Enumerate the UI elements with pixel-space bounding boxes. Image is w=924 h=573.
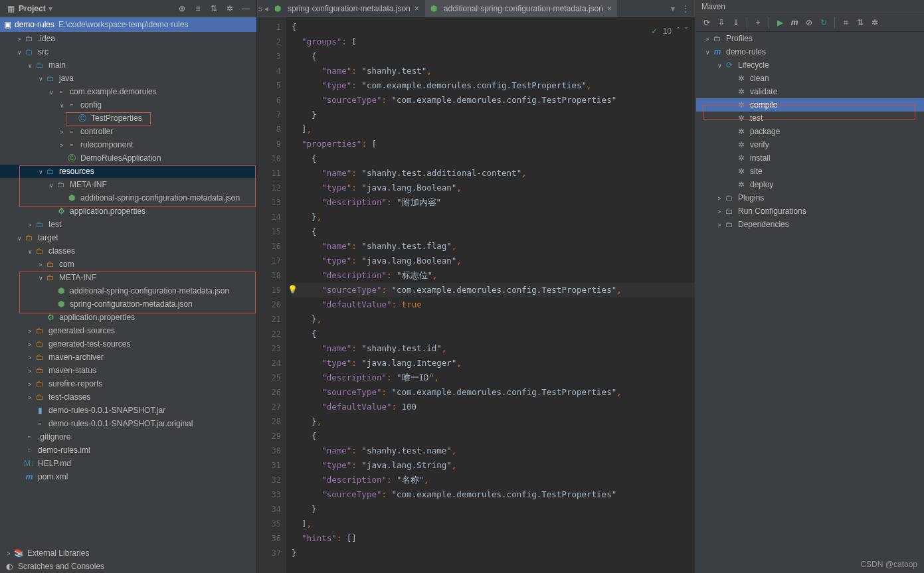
tree-item-label: META-INF bbox=[59, 273, 96, 282]
tree-item[interactable]: ⚙application.properties bbox=[0, 205, 256, 218]
gutter-line: 21 bbox=[257, 312, 281, 327]
maven-tree-item[interactable]: ✲deploy bbox=[696, 178, 924, 191]
lifecycle-icon: ⟳ bbox=[724, 60, 735, 70]
maven-item-label: compile bbox=[750, 100, 777, 110]
show-deps-icon[interactable]: ⌗ bbox=[840, 18, 851, 27]
reimport-icon[interactable]: ⟳ bbox=[701, 18, 712, 27]
tab-additional-config[interactable]: ⬢ additional-spring-configuration-metada… bbox=[425, 0, 618, 17]
tree-item[interactable]: 🗀META-INF bbox=[0, 178, 256, 191]
maven-tree-item[interactable]: ✲validate bbox=[696, 85, 924, 98]
tree-item[interactable]: ⒸTestProperties bbox=[0, 112, 256, 125]
code-line: "sourceType": "com.example.demorules.con… bbox=[292, 93, 695, 108]
tree-item[interactable]: ▫demo-rules.iml bbox=[0, 444, 256, 457]
maven-tree-item[interactable]: ✲verify bbox=[696, 138, 924, 151]
maven-tree-item[interactable]: ✲install bbox=[696, 151, 924, 165]
gutter-line: 9 bbox=[257, 137, 281, 151]
tree-item-label: src bbox=[38, 47, 48, 56]
scratches[interactable]: ◐ Scratches and Consoles bbox=[0, 560, 256, 573]
tree-item[interactable]: mpom.xml bbox=[0, 470, 256, 483]
maven-tree-item[interactable]: ⟳Lifecycle bbox=[696, 58, 924, 72]
gutter-line: 19 bbox=[257, 283, 281, 297]
hide-icon[interactable]: — bbox=[240, 3, 251, 14]
tree-item[interactable]: 🗀main bbox=[0, 58, 256, 72]
expand-all-icon[interactable]: ⇅ bbox=[209, 3, 219, 14]
tab-dropdown-icon[interactable]: ▾ bbox=[671, 4, 675, 13]
close-icon[interactable]: × bbox=[415, 4, 419, 13]
tree-item[interactable]: ⒸDemoRulesApplication bbox=[0, 151, 256, 165]
download-icon[interactable]: ⤓ bbox=[731, 18, 741, 27]
m-icon[interactable]: m bbox=[789, 18, 800, 27]
target-icon[interactable]: ⊕ bbox=[177, 3, 187, 14]
maven-tree-item[interactable]: 🗀Plugins bbox=[696, 191, 924, 205]
code-area[interactable]: { "groups": [ { "name": "shanhy.test", "… bbox=[286, 17, 695, 573]
tab-spring-config[interactable]: ⬢ spring-configuration-metadata.json × bbox=[269, 0, 425, 17]
code-line: ], bbox=[292, 122, 695, 137]
tree-item[interactable]: 🗀generated-test-sources bbox=[0, 337, 256, 351]
maven-tree-item[interactable]: ✲clean bbox=[696, 72, 924, 85]
tree-item[interactable]: 🗀META-INF bbox=[0, 271, 256, 284]
code-line: "type": "java.lang.Boolean", bbox=[292, 181, 695, 195]
tree-item[interactable]: ⚙application.properties bbox=[0, 311, 256, 324]
tree-item[interactable]: ▫config bbox=[0, 98, 256, 112]
tree-item[interactable]: ▫com.example.demorules bbox=[0, 85, 256, 98]
package-icon: ▫ bbox=[66, 127, 77, 136]
maven-tree-item[interactable]: 🗀Profiles bbox=[696, 32, 924, 45]
add-icon[interactable]: ＋ bbox=[753, 17, 763, 28]
dropdown-icon[interactable]: ▾ bbox=[48, 4, 52, 13]
tree-item[interactable]: ⬢additional-spring-configuration-metadat… bbox=[0, 284, 256, 297]
maven-tree-item[interactable]: ✲package bbox=[696, 125, 924, 138]
intention-bulb-icon[interactable]: 💡 bbox=[288, 285, 298, 294]
maven-tree-item[interactable]: mdemo-rules bbox=[696, 45, 924, 58]
close-icon[interactable]: × bbox=[607, 4, 612, 13]
tree-item[interactable]: 🗀com bbox=[0, 258, 256, 271]
external-libraries[interactable]: 📚 External Libraries bbox=[0, 546, 256, 560]
maven-tree-item[interactable]: ✲site bbox=[696, 165, 924, 178]
offline-icon[interactable]: ↻ bbox=[818, 18, 829, 27]
gear-icon: ✲ bbox=[736, 100, 747, 110]
tree-item[interactable]: 🗀.idea bbox=[0, 32, 256, 45]
tree-item[interactable]: ▫.gitignore bbox=[0, 430, 256, 444]
expand-icon[interactable]: ≡ bbox=[193, 3, 203, 14]
maven-tree-item[interactable]: ✲test bbox=[696, 112, 924, 125]
tree-item[interactable]: 🗀test-classes bbox=[0, 390, 256, 404]
tree-item[interactable]: 🗀classes bbox=[0, 244, 256, 258]
project-root[interactable]: ▣ demo-rules E:\code\workspace-temp\demo… bbox=[0, 17, 256, 32]
tree-item[interactable]: ⬢additional-spring-configuration-metadat… bbox=[0, 191, 256, 205]
generate-sources-icon[interactable]: ⇩ bbox=[716, 18, 727, 27]
tree-item[interactable]: 🗀maven-archiver bbox=[0, 351, 256, 364]
code-line: "description": "附加内容" bbox=[292, 195, 695, 210]
maven-item-label: Lifecycle bbox=[738, 60, 769, 70]
maven-tree-item[interactable]: 🗀Run Configurations bbox=[696, 205, 924, 218]
run-icon[interactable]: ▶ bbox=[775, 18, 785, 27]
maven-tree-item[interactable]: ✲compile bbox=[696, 98, 924, 112]
tree-item[interactable]: 🗀generated-sources bbox=[0, 324, 256, 337]
maven-tree-item[interactable]: 🗀Dependencies bbox=[696, 218, 924, 231]
tree-item[interactable]: 🗀target bbox=[0, 231, 256, 244]
tree-item[interactable]: 🗀src bbox=[0, 45, 256, 58]
json-file-icon: ⬢ bbox=[56, 286, 66, 295]
tree-item[interactable]: 🗀java bbox=[0, 72, 256, 85]
maven-icon: m bbox=[24, 472, 35, 481]
toggle-skip-tests-icon[interactable]: ⊘ bbox=[804, 18, 814, 27]
tree-item[interactable]: ⬢spring-configuration-metadata.json bbox=[0, 297, 256, 311]
gutter-line: 24 bbox=[257, 356, 281, 370]
tree-item[interactable]: 🗀test bbox=[0, 218, 256, 231]
code-line: "sourceType": "com.example.demorules.con… bbox=[292, 385, 695, 400]
tree-item[interactable]: ▮demo-rules-0.0.1-SNAPSHOT.jar bbox=[0, 404, 256, 417]
tree-item[interactable]: 🗀resources bbox=[0, 165, 256, 178]
tree-item[interactable]: ▫demo-rules-0.0.1-SNAPSHOT.jar.original bbox=[0, 417, 256, 430]
gutter-line: 13 bbox=[257, 195, 281, 210]
collapse-icon[interactable]: ⇅ bbox=[855, 18, 866, 27]
tree-item[interactable]: ▫controller bbox=[0, 125, 256, 138]
file-icon: ▫ bbox=[24, 446, 35, 455]
tab-more-icon[interactable]: ⋮ bbox=[682, 4, 690, 13]
settings-icon[interactable]: ✲ bbox=[225, 3, 235, 14]
tree-item[interactable]: ▫rulecomponent bbox=[0, 138, 256, 151]
tree-item[interactable]: 🗀maven-status bbox=[0, 364, 256, 377]
gear-icon: ✲ bbox=[736, 180, 747, 189]
tree-item[interactable]: M↓HELP.md bbox=[0, 457, 256, 470]
tree-item[interactable]: 🗀surefire-reports bbox=[0, 377, 256, 390]
gutter-line: 3 bbox=[257, 49, 281, 64]
tab-arrow-icon[interactable]: ◂ bbox=[264, 0, 269, 17]
wrench-icon[interactable]: ✲ bbox=[870, 18, 880, 27]
